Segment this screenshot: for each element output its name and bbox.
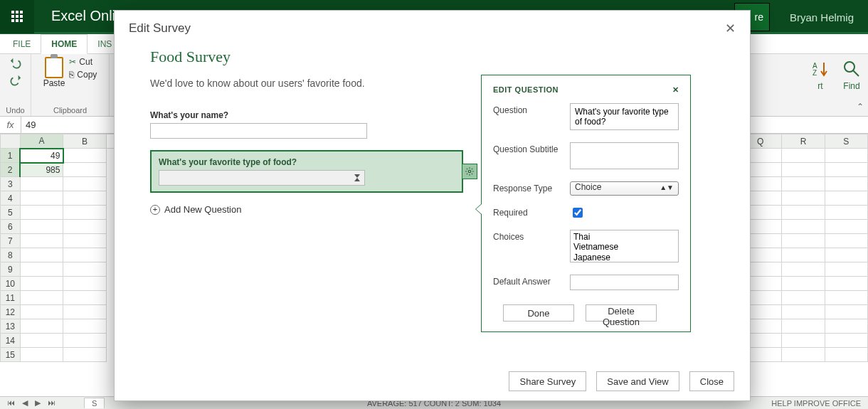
cell[interactable] [825,319,867,334]
cut-button[interactable]: ✂Cut [69,57,97,67]
cell[interactable] [782,262,825,277]
cell[interactable] [825,206,867,220]
cell[interactable] [20,291,63,305]
cell[interactable] [63,206,106,220]
cell[interactable] [20,177,63,191]
eq-subtitle-input[interactable] [570,142,679,169]
cell[interactable] [20,348,63,362]
cell[interactable] [20,191,63,206]
cell[interactable] [20,334,63,348]
tab-home[interactable]: HOME [41,34,88,54]
cell[interactable] [782,319,825,334]
cell[interactable] [63,319,106,334]
cell[interactable] [782,220,825,234]
cell[interactable] [20,248,63,262]
cell[interactable] [63,291,106,305]
sheet-nav-first-icon[interactable]: ⏮ [7,398,15,408]
row-header-10[interactable]: 10 [1,277,21,291]
cell[interactable] [825,248,867,262]
row-header-4[interactable]: 4 [1,191,21,206]
row-header-5[interactable]: 5 [1,206,21,220]
cell[interactable] [63,220,106,234]
undo-icon[interactable] [9,57,22,70]
cell[interactable] [20,319,63,334]
sheet-tab-active[interactable]: S [84,398,105,408]
cell[interactable] [782,291,825,305]
row-header-12[interactable]: 12 [1,305,21,319]
sheet-nav-next-icon[interactable]: ▶ [35,398,41,408]
row-header-6[interactable]: 6 [1,220,21,234]
sheet-nav-prev-icon[interactable]: ◀ [22,398,28,408]
cell[interactable] [20,220,63,234]
app-launcher[interactable] [0,0,34,33]
cell[interactable] [20,262,63,277]
cell[interactable] [782,248,825,262]
cell[interactable] [825,305,867,319]
question-1-input[interactable] [150,123,367,139]
cell[interactable] [782,149,825,163]
row-header-9[interactable]: 9 [1,262,21,277]
row-header-7[interactable]: 7 [1,234,21,248]
sheet-nav-last-icon[interactable]: ⏭ [48,398,55,408]
survey-title[interactable]: Food Survey [150,48,729,66]
cell-a1[interactable]: 49 [20,149,63,163]
cell[interactable] [63,163,106,177]
tab-file[interactable]: FILE [3,35,41,53]
cell[interactable] [825,234,867,248]
sort-button[interactable]: AZ rt [811,60,830,91]
cell[interactable] [782,305,825,319]
cell[interactable] [825,277,867,291]
dialog-close-button[interactable]: ✕ [725,21,736,36]
col-header-b[interactable]: B [63,134,106,149]
cell[interactable] [63,305,106,319]
eq-done-button[interactable]: Done [503,304,574,322]
question-block-2-selected[interactable]: What's your favorite type of food? [150,150,463,193]
cell[interactable] [63,177,106,191]
col-header-a[interactable]: A [20,134,63,149]
cell[interactable] [63,149,106,163]
eq-default-input[interactable] [570,275,679,290]
eq-required-checkbox[interactable] [573,208,583,218]
cell[interactable] [63,234,106,248]
paste-button[interactable]: Paste [43,57,65,88]
cell[interactable] [825,177,867,191]
formula-value[interactable]: 49 [21,119,36,130]
cell[interactable] [782,191,825,206]
cell[interactable] [782,348,825,362]
row-header-3[interactable]: 3 [1,177,21,191]
save-and-view-button[interactable]: Save and View [596,371,679,391]
cell[interactable] [63,334,106,348]
eq-responsetype-select[interactable]: Choice▲▼ [570,181,679,196]
row-header-11[interactable]: 11 [1,291,21,305]
question-settings-gear[interactable] [462,164,477,179]
row-header-2[interactable]: 2 [1,163,21,177]
cell[interactable] [825,149,867,163]
row-header-8[interactable]: 8 [1,248,21,262]
cell[interactable] [825,163,867,177]
question-2-dropdown[interactable] [159,170,365,186]
copy-button[interactable]: ⎘Copy [69,70,97,80]
cell[interactable] [63,348,106,362]
share-survey-button[interactable]: Share Survey [509,371,586,391]
cell[interactable] [20,277,63,291]
cell[interactable] [782,234,825,248]
cell[interactable] [782,334,825,348]
row-header-1[interactable]: 1 [1,149,21,163]
row-header-15[interactable]: 15 [1,348,21,362]
cell[interactable] [782,277,825,291]
row-header-13[interactable]: 13 [1,319,21,334]
cell[interactable] [825,220,867,234]
eq-question-input[interactable] [570,103,679,130]
select-all-corner[interactable] [1,134,21,149]
cell[interactable] [825,191,867,206]
eq-choices-textarea[interactable] [570,230,679,262]
close-dialog-button[interactable]: Close [689,371,734,391]
collapse-ribbon-icon[interactable]: ⌃ [857,102,864,112]
cell[interactable] [825,291,867,305]
cell[interactable] [63,248,106,262]
cell[interactable] [825,348,867,362]
cell[interactable] [63,262,106,277]
find-button[interactable]: Find [842,60,861,91]
col-header-r[interactable]: R [782,134,825,149]
row-header-14[interactable]: 14 [1,334,21,348]
